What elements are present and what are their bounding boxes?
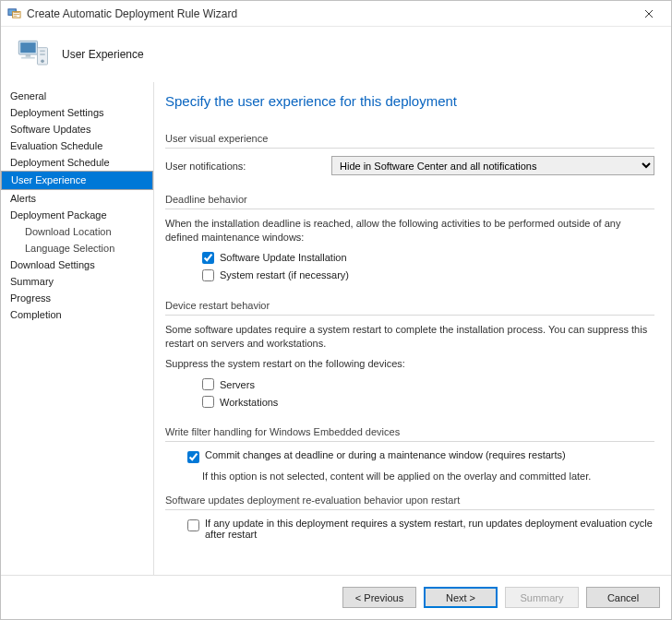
summary-button: Summary xyxy=(505,587,579,608)
checkbox-servers[interactable]: Servers xyxy=(202,378,654,390)
wizard-sidebar: General Deployment Settings Software Upd… xyxy=(1,82,154,575)
group-title-reeval: Software updates deployment re-evaluatio… xyxy=(165,495,654,506)
header-computer-icon xyxy=(12,34,53,75)
sidebar-item-download-location[interactable]: Download Location xyxy=(1,223,153,240)
divider xyxy=(165,148,654,149)
devrestart-desc: Some software updates require a system r… xyxy=(165,323,654,351)
sidebar-item-progress[interactable]: Progress xyxy=(1,290,153,306)
group-write-filter: Write filter handling for Windows Embedd… xyxy=(165,426,654,482)
sidebar-item-software-updates[interactable]: Software Updates xyxy=(1,121,153,137)
group-title-uve: User visual experience xyxy=(165,133,654,144)
wizard-header: User Experience xyxy=(1,27,671,82)
next-button[interactable]: Next > xyxy=(424,587,498,608)
close-button[interactable] xyxy=(632,1,666,26)
group-title-writefilter: Write filter handling for Windows Embedd… xyxy=(165,426,654,437)
user-notifications-label: User notifications: xyxy=(165,161,331,172)
deadline-desc: When the installation deadline is reache… xyxy=(165,217,654,244)
header-title: User Experience xyxy=(62,48,144,61)
user-notifications-select[interactable]: Hide in Software Center and all notifica… xyxy=(331,156,654,175)
wizard-main: Specify the user experience for this dep… xyxy=(154,82,671,575)
group-title-deadline: Deadline behavior xyxy=(165,194,654,205)
divider xyxy=(165,315,654,316)
svg-rect-7 xyxy=(40,50,45,52)
cancel-button[interactable]: Cancel xyxy=(586,587,660,608)
divider xyxy=(165,441,654,442)
checkbox-input-reeval[interactable] xyxy=(187,519,199,531)
divider xyxy=(165,509,654,510)
checkbox-input-workstations[interactable] xyxy=(202,396,214,408)
sidebar-item-deployment-package[interactable]: Deployment Package xyxy=(1,207,153,223)
wizard-footer: < Previous Next > Summary Cancel xyxy=(1,575,671,619)
group-reevaluation: Software updates deployment re-evaluatio… xyxy=(165,495,654,540)
svg-rect-5 xyxy=(21,57,35,59)
checkbox-input-sui[interactable] xyxy=(202,252,214,264)
checkbox-label-servers: Servers xyxy=(220,379,255,390)
page-title: Specify the user experience for this dep… xyxy=(165,93,654,109)
sidebar-item-download-settings[interactable]: Download Settings xyxy=(1,256,153,273)
group-device-restart: Device restart behavior Some software up… xyxy=(165,300,654,414)
sidebar-item-deployment-settings[interactable]: Deployment Settings xyxy=(1,104,153,121)
checkbox-workstations[interactable]: Workstations xyxy=(202,396,654,408)
checkbox-label-commit: Commit changes at deadline or during a m… xyxy=(205,449,566,460)
checkbox-input-commit[interactable] xyxy=(187,451,199,463)
writefilter-note: If this option is not selected, content … xyxy=(202,471,654,482)
wizard-body: General Deployment Settings Software Upd… xyxy=(1,82,671,575)
app-icon xyxy=(6,6,21,21)
window-title: Create Automatic Deployment Rule Wizard xyxy=(27,7,632,20)
sidebar-item-general[interactable]: General xyxy=(1,88,153,104)
sidebar-item-summary[interactable]: Summary xyxy=(1,273,153,290)
wizard-window: Create Automatic Deployment Rule Wizard … xyxy=(0,0,672,620)
suppress-label: Suppress the system restart on the follo… xyxy=(165,357,654,371)
checkbox-label-sui: Software Update Installation xyxy=(220,252,347,263)
previous-button[interactable]: < Previous xyxy=(342,587,416,608)
divider xyxy=(165,209,654,209)
checkbox-label-sysrestart: System restart (if necessary) xyxy=(220,269,349,280)
checkbox-system-restart[interactable]: System restart (if necessary) xyxy=(202,269,654,281)
checkbox-input-sysrestart[interactable] xyxy=(202,269,214,281)
svg-rect-4 xyxy=(26,54,30,57)
svg-rect-3 xyxy=(20,42,35,53)
titlebar: Create Automatic Deployment Rule Wizard xyxy=(1,1,671,27)
svg-rect-8 xyxy=(40,54,45,55)
checkbox-input-servers[interactable] xyxy=(202,378,214,390)
group-deadline-behavior: Deadline behavior When the installation … xyxy=(165,194,654,287)
checkbox-label-reeval: If any update in this deployment require… xyxy=(205,518,654,540)
group-user-visual-experience: User visual experience User notification… xyxy=(165,133,654,181)
checkbox-software-update-installation[interactable]: Software Update Installation xyxy=(202,252,654,264)
sidebar-item-evaluation-schedule[interactable]: Evaluation Schedule xyxy=(1,137,153,154)
sidebar-item-alerts[interactable]: Alerts xyxy=(1,190,153,207)
sidebar-item-user-experience[interactable]: User Experience xyxy=(1,171,153,190)
sidebar-item-completion[interactable]: Completion xyxy=(1,306,153,323)
checkbox-label-workstations: Workstations xyxy=(220,397,278,408)
group-title-devrestart: Device restart behavior xyxy=(165,300,654,311)
sidebar-item-language-selection[interactable]: Language Selection xyxy=(1,240,153,256)
svg-point-9 xyxy=(41,60,44,64)
sidebar-item-deployment-schedule[interactable]: Deployment Schedule xyxy=(1,154,153,171)
